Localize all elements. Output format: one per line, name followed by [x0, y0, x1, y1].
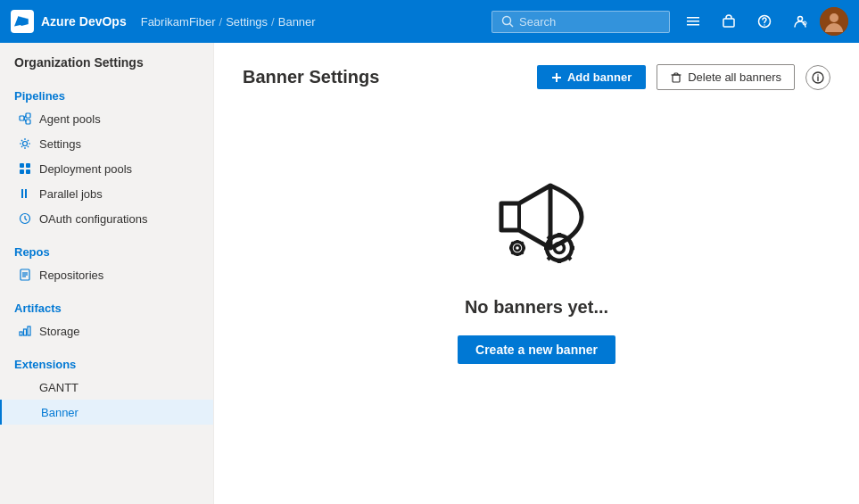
content-header: Banner Settings Add banner Delete all ba…	[243, 64, 830, 90]
sidebar-section-repos: Repos	[0, 238, 213, 262]
app-name-label: Azure DevOps	[41, 14, 127, 29]
trash-icon	[670, 71, 682, 84]
shopping-bag-icon-button[interactable]	[713, 5, 745, 37]
empty-state-icon	[466, 154, 608, 279]
page-title: Banner Settings	[243, 67, 526, 87]
sidebar-item-gantt[interactable]: GANTT	[0, 375, 213, 400]
svg-line-58	[567, 257, 571, 260]
repositories-label: Repositories	[39, 269, 103, 282]
breadcrumb: FabrikamFiber / Settings / Banner	[141, 15, 316, 29]
list-icon	[686, 14, 700, 29]
sidebar-item-settings[interactable]: Settings	[0, 131, 213, 156]
svg-point-12	[830, 13, 838, 22]
sidebar-item-banner[interactable]: Banner	[0, 400, 213, 425]
breadcrumb-banner[interactable]: Banner	[278, 15, 316, 29]
svg-rect-34	[552, 77, 561, 78]
svg-point-42	[515, 245, 520, 251]
svg-rect-30	[20, 332, 22, 335]
sidebar-item-agent-pools[interactable]: Agent pools	[0, 106, 213, 131]
main-content: Banner Settings Add banner Delete all ba…	[214, 43, 859, 504]
search-container	[491, 11, 670, 33]
svg-rect-21	[20, 169, 24, 174]
sidebar-section-pipelines: Pipelines	[0, 82, 213, 106]
svg-line-60	[567, 236, 571, 240]
agent-pools-label: Agent pools	[39, 112, 101, 126]
svg-point-18	[23, 142, 28, 146]
user-avatar[interactable]	[820, 7, 848, 36]
settings-icon	[18, 136, 32, 151]
sidebar-item-parallel-jobs[interactable]: Parallel jobs	[0, 181, 213, 206]
azure-devops-logo-icon	[11, 10, 34, 33]
breadcrumb-sep-1: /	[219, 15, 223, 29]
svg-rect-40	[501, 203, 519, 230]
svg-rect-3	[687, 17, 699, 19]
delete-all-label: Delete all banners	[688, 70, 781, 84]
info-button[interactable]	[805, 65, 830, 90]
banner-icon	[20, 405, 34, 419]
svg-rect-22	[26, 169, 30, 174]
svg-line-57	[548, 236, 551, 240]
svg-rect-31	[24, 329, 27, 335]
svg-line-2	[509, 23, 513, 27]
svg-rect-19	[20, 163, 24, 168]
empty-state: No banners yet... Create a new banner	[243, 119, 830, 382]
app-logo[interactable]: Azure DevOps	[11, 10, 127, 33]
storage-label: Storage	[39, 325, 80, 338]
sidebar-item-repositories[interactable]: Repositories	[0, 262, 213, 287]
svg-rect-14	[26, 113, 30, 118]
sidebar-header: Organization Settings	[0, 43, 213, 78]
empty-state-title: No banners yet...	[465, 297, 608, 318]
search-icon	[501, 15, 514, 28]
svg-line-49	[511, 252, 513, 254]
breadcrumb-fabrikam[interactable]: FabrikamFiber	[141, 15, 216, 29]
svg-rect-35	[673, 75, 680, 82]
sidebar-section-artifacts: Artifacts	[0, 294, 213, 318]
search-input[interactable]	[519, 15, 644, 29]
sidebar-item-oauth[interactable]: OAuth configurations	[0, 206, 213, 231]
help-icon-button[interactable]	[748, 5, 781, 37]
person-settings-icon	[793, 14, 807, 29]
parallel-jobs-icon	[18, 186, 32, 201]
add-banner-label: Add banner	[567, 70, 632, 84]
banner-label: Banner	[41, 406, 78, 419]
add-banner-button[interactable]: Add banner	[537, 65, 646, 89]
repositories-icon	[18, 268, 32, 282]
svg-line-47	[511, 242, 513, 244]
breadcrumb-settings[interactable]: Settings	[226, 15, 268, 29]
svg-line-48	[521, 252, 523, 254]
list-icon-button[interactable]	[677, 5, 709, 37]
settings-label: Settings	[39, 137, 81, 151]
deployment-pools-label: Deployment pools	[39, 162, 132, 176]
svg-rect-13	[20, 116, 24, 120]
svg-point-39	[817, 74, 818, 75]
shopping-bag-icon	[722, 14, 736, 29]
svg-line-59	[548, 257, 551, 260]
create-new-banner-button[interactable]: Create a new banner	[458, 335, 615, 364]
svg-rect-15	[26, 120, 30, 124]
oauth-icon	[18, 211, 32, 226]
gantt-label: GANTT	[39, 381, 78, 394]
avatar-image	[820, 7, 848, 36]
sidebar: Organization Settings Pipelines Agent po…	[0, 43, 214, 504]
svg-rect-32	[28, 326, 30, 335]
sidebar-item-storage[interactable]: Storage	[0, 318, 213, 343]
storage-icon	[18, 324, 32, 338]
parallel-jobs-label: Parallel jobs	[39, 187, 103, 201]
delete-all-button[interactable]: Delete all banners	[657, 64, 795, 90]
svg-rect-20	[26, 163, 30, 168]
info-icon	[812, 71, 824, 84]
svg-line-50	[521, 242, 523, 244]
person-settings-icon-button[interactable]	[784, 5, 816, 37]
svg-point-8	[764, 24, 764, 25]
breadcrumb-sep-2: /	[271, 15, 275, 29]
help-icon	[757, 14, 772, 29]
sidebar-item-deployment-pools[interactable]: Deployment pools	[0, 156, 213, 181]
main-layout: Organization Settings Pipelines Agent po…	[0, 43, 859, 504]
svg-rect-4	[687, 21, 699, 22]
svg-point-52	[554, 244, 564, 253]
gantt-icon	[18, 380, 32, 394]
svg-point-1	[503, 17, 511, 25]
add-icon	[551, 72, 562, 83]
nav-icon-group	[677, 5, 848, 37]
top-navigation: Azure DevOps FabrikamFiber / Settings / …	[0, 0, 859, 43]
